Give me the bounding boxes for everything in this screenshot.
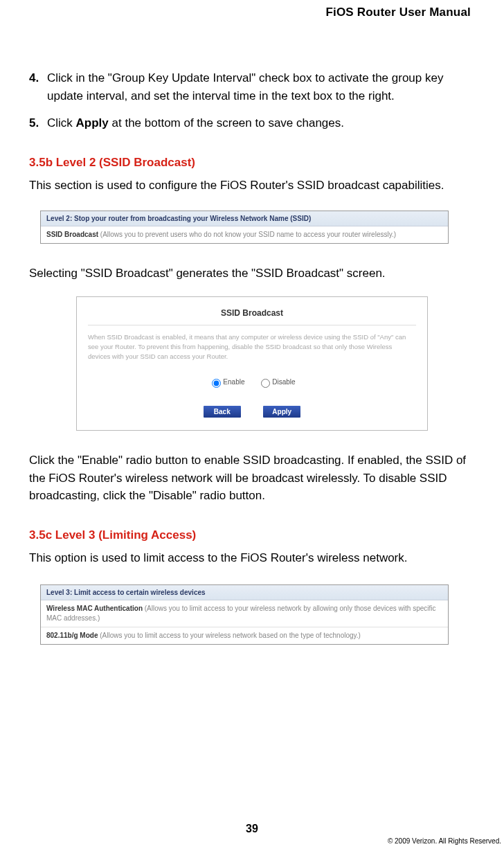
figure-level2-row-title: SSID Broadcast — [46, 231, 98, 238]
step-5-bold: Apply — [76, 116, 109, 129]
figure-level3-row2[interactable]: 802.11b/g Mode (Allows you to limit acce… — [41, 627, 448, 644]
figure-level3-header: Level 3: Limit access to certain wireles… — [41, 585, 448, 600]
heading-3-5b: 3.5b Level 2 (SSID Broadcast) — [29, 156, 475, 170]
radio-disable-label[interactable]: Disable — [258, 378, 295, 386]
figure-level2-row[interactable]: SSID Broadcast (Allows you to prevent us… — [41, 226, 448, 243]
copyright: © 2009 Verizon. All Rights Reserved. — [388, 837, 501, 845]
back-button[interactable]: Back — [204, 406, 241, 418]
figure-level3-row1-title: Wireless MAC Authentication — [46, 605, 143, 612]
radio-disable-text: Disable — [272, 378, 295, 386]
step-4-num: 4. — [29, 69, 47, 105]
figure-ssid-desc: When SSID Broadcast is enabled, it means… — [88, 332, 416, 362]
figure-ssid-broadcast: SSID Broadcast When SSID Broadcast is en… — [76, 296, 428, 431]
figure-level2-row-desc: (Allows you to prevent users who do not … — [98, 231, 396, 238]
radio-enable-text: Enable — [223, 378, 244, 386]
step-5-num: 5. — [29, 114, 47, 132]
apply-button[interactable]: Apply — [263, 406, 300, 418]
radio-enable-label[interactable]: Enable — [208, 378, 244, 386]
para-35b-intro: This section is used to configure the Fi… — [29, 177, 475, 195]
heading-3-5c: 3.5c Level 3 (Limiting Access) — [29, 528, 475, 542]
figure-level3-row2-title: 802.11b/g Mode — [46, 632, 98, 639]
figure-level2-table: Level 2: Stop your router from broadcast… — [40, 211, 449, 244]
figure-ssid-title: SSID Broadcast — [88, 307, 416, 325]
figure-level3-row1[interactable]: Wireless MAC Authentication (Allows you … — [41, 600, 448, 627]
step-4-text: Click in the "Group Key Update Interval"… — [47, 69, 475, 105]
figure-ssid-radio-group: Enable Disable — [88, 377, 416, 388]
para-35b-after: Click the "Enable" radio button to enabl… — [29, 452, 475, 505]
figure-level2-header: Level 2: Stop your router from broadcast… — [41, 211, 448, 226]
page-number: 39 — [0, 823, 504, 835]
step-5-pre: Click — [47, 116, 76, 129]
para-35c-intro: This option is used to limit access to t… — [29, 549, 475, 567]
manual-title: FiOS Router User Manual — [29, 0, 475, 19]
radio-disable[interactable] — [261, 379, 270, 388]
step-5-text: Click Apply at the bottom of the screen … — [47, 114, 475, 132]
figure-level3-row2-desc: (Allows you to limit access to your wire… — [98, 632, 360, 639]
step-5: 5. Click Apply at the bottom of the scre… — [29, 114, 475, 132]
step-5-post: at the bottom of the screen to save chan… — [109, 116, 344, 129]
radio-enable[interactable] — [212, 379, 221, 388]
step-4: 4. Click in the "Group Key Update Interv… — [29, 69, 475, 105]
para-35b-middle: Selecting "SSID Broadcast" generates the… — [29, 265, 475, 283]
figure-level3-table: Level 3: Limit access to certain wireles… — [40, 584, 449, 645]
